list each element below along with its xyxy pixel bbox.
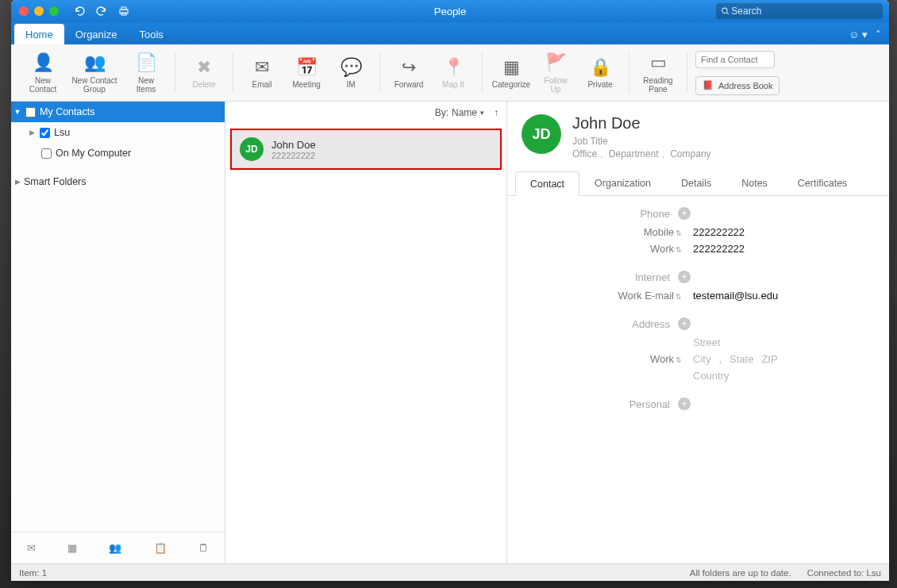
sidebar-item-label: Lsu (54, 127, 70, 138)
im-button[interactable]: 💬IM (330, 48, 372, 98)
status-bar: Item: 1 All folders are up to date. Conn… (11, 563, 889, 581)
field-value-work-phone[interactable]: 222222222 (693, 243, 745, 255)
new-contact-icon: 👤 (32, 52, 54, 74)
address-state-placeholder[interactable]: State (730, 353, 753, 365)
nav-switcher: ✉ ▦ 👥 📋 🗒 (11, 532, 225, 563)
sidebar-item-label: On My Computer (56, 148, 131, 159)
detail-name[interactable]: John Doe (572, 114, 711, 133)
delete-icon: ✖ (193, 56, 215, 78)
svg-line-4 (726, 13, 728, 14)
forward-button[interactable]: ↪Forward (388, 48, 429, 98)
titlebar: People (11, 0, 889, 22)
detail-org-line[interactable]: Office, Department, Company (572, 148, 711, 159)
section-address: Address + Work⇅ Street City, State ZIP (523, 317, 873, 382)
private-button[interactable]: 🔒Private (579, 48, 621, 98)
add-personal-button[interactable]: + (678, 398, 691, 410)
map-it-button[interactable]: 📍Map It (433, 48, 474, 98)
contact-phone: 222222222 (271, 151, 316, 160)
new-contact-button[interactable]: 👤New Contact (22, 48, 64, 98)
contact-avatar: JD (240, 137, 264, 161)
collapse-ribbon-icon[interactable]: ˄ (876, 29, 881, 40)
chevron-right-icon: ▶ (11, 178, 24, 186)
sort-ascending-icon[interactable]: ↑ (494, 107, 499, 118)
tab-organize[interactable]: Organize (64, 24, 129, 44)
field-label-work-email[interactable]: Work E-mail (618, 290, 674, 302)
dropdown-icon: ⇅ (676, 356, 682, 364)
section-heading: Phone (640, 208, 670, 220)
global-search-input[interactable] (730, 5, 878, 17)
field-value-work-email[interactable]: testemail@lsu.edu (693, 290, 778, 302)
emoji-icon[interactable]: ☺︎ ▾ (849, 29, 868, 40)
address-country-placeholder[interactable]: Country (693, 370, 778, 382)
section-heading: Personal (629, 398, 670, 410)
detail-tabs: Contact Organization Details Notes Certi… (507, 171, 889, 196)
add-address-button[interactable]: + (678, 317, 691, 330)
reading-pane-button[interactable]: ▭Reading Pane (637, 48, 679, 98)
lsu-checkbox[interactable] (40, 128, 50, 138)
on-my-computer-checkbox[interactable] (41, 148, 52, 159)
window-controls (11, 6, 59, 16)
my-contacts-checkbox[interactable] (25, 107, 36, 117)
detail-tab-contact[interactable]: Contact (515, 171, 579, 196)
add-internet-button[interactable]: + (678, 271, 691, 283)
add-phone-button[interactable]: + (678, 207, 691, 220)
dropdown-icon: ⇅ (676, 246, 682, 254)
calendar-nav-icon[interactable]: ▦ (67, 542, 77, 554)
detail-tab-notes[interactable]: Notes (726, 171, 783, 195)
contact-list-item[interactable]: JD John Doe 222222222 (232, 130, 500, 168)
field-value-mobile[interactable]: 222222222 (693, 226, 745, 238)
zoom-window-button[interactable] (49, 6, 59, 16)
address-city-placeholder[interactable]: City (693, 353, 710, 365)
section-internet: Internet + Work E-mail⇅ testemail@lsu.ed… (523, 271, 873, 302)
new-contact-group-button[interactable]: 👥New Contact Group (67, 48, 122, 98)
contact-list-pane: By: Name ▾ ↑ JD John Doe 222222222 (225, 102, 507, 563)
global-search[interactable] (716, 3, 883, 19)
flag-icon: 🚩 (545, 52, 567, 74)
tab-tools[interactable]: Tools (128, 24, 174, 44)
new-items-button[interactable]: 📄New Items (125, 48, 167, 98)
sidebar-item-label: Smart Folders (24, 176, 87, 187)
address-book-button[interactable]: 📕 Address Book (695, 76, 780, 95)
dropdown-icon: ⇅ (676, 293, 682, 301)
status-sync: All folders are up to date. (690, 568, 791, 578)
app-tabstrip: Home Organize Tools ☺︎ ▾ ˄ (11, 22, 889, 44)
field-label-work-address[interactable]: Work (650, 353, 674, 365)
undo-icon[interactable] (73, 5, 86, 17)
redo-icon[interactable] (95, 5, 108, 17)
address-street-placeholder[interactable]: Street (693, 336, 778, 348)
mail-nav-icon[interactable]: ✉ (27, 542, 36, 554)
close-window-button[interactable] (19, 6, 29, 16)
tasks-nav-icon[interactable]: 📋 (154, 542, 167, 554)
address-book-icon: 📕 (703, 80, 714, 90)
sidebar-item-smart-folders[interactable]: ▶ Smart Folders (11, 171, 225, 192)
meeting-icon: 📅 (295, 56, 318, 78)
print-icon[interactable] (117, 5, 130, 17)
delete-button[interactable]: ✖Delete (183, 48, 225, 98)
address-zip-placeholder[interactable]: ZIP (761, 353, 777, 365)
detail-tab-certificates[interactable]: Certificates (783, 171, 863, 195)
field-label-mobile[interactable]: Mobile (644, 226, 674, 238)
sidebar-item-my-contacts[interactable]: ▼ My Contacts (11, 102, 225, 122)
search-icon (721, 6, 730, 16)
detail-tab-organization[interactable]: Organization (579, 171, 666, 195)
minimize-window-button[interactable] (34, 6, 44, 16)
follow-up-button[interactable]: 🚩Follow Up (535, 48, 576, 98)
find-contact-input[interactable] (695, 51, 775, 68)
sidebar-item-on-my-computer[interactable]: On My Computer (11, 143, 225, 163)
tab-home[interactable]: Home (14, 24, 64, 44)
email-icon: ✉ (251, 56, 273, 78)
categorize-button[interactable]: ▦Categorize (491, 48, 532, 98)
email-button[interactable]: ✉Email (241, 48, 283, 98)
list-sort-header[interactable]: By: Name ▾ ↑ (225, 102, 506, 124)
detail-tab-details[interactable]: Details (666, 171, 726, 195)
contact-name: John Doe (271, 139, 316, 151)
chevron-right-icon: ▶ (25, 129, 38, 136)
field-label-work-phone[interactable]: Work (650, 243, 674, 255)
notes-nav-icon[interactable]: 🗒 (198, 542, 209, 554)
map-pin-icon: 📍 (442, 56, 464, 78)
sidebar-item-lsu[interactable]: ▶ Lsu (11, 122, 225, 143)
sort-value: Name (452, 107, 477, 118)
meeting-button[interactable]: 📅Meeting (286, 48, 327, 98)
detail-job-title[interactable]: Job Title (572, 136, 711, 147)
people-nav-icon[interactable]: 👥 (109, 542, 121, 554)
